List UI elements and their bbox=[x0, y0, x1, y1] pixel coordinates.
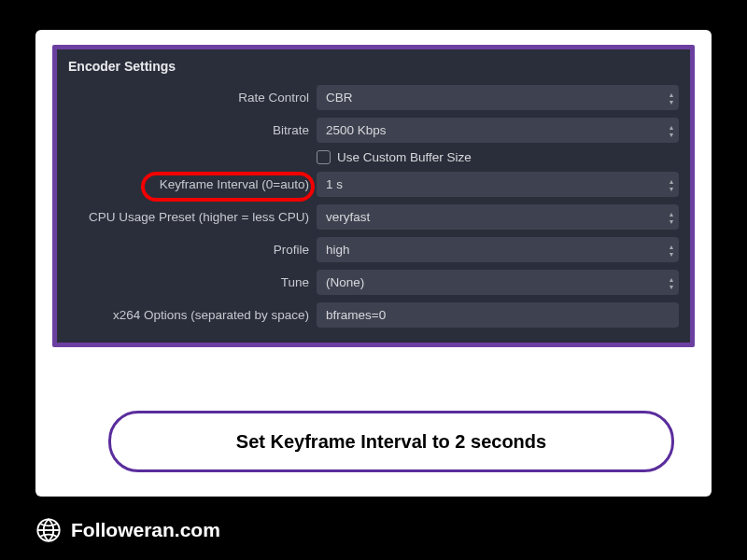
custom-buffer-checkbox[interactable] bbox=[317, 150, 331, 164]
label-x264-options: x264 Options (separated by space) bbox=[68, 308, 309, 322]
bitrate-value: 2500 Kbps bbox=[326, 123, 387, 137]
footer-site: Followeran.com bbox=[71, 519, 220, 541]
profile-select[interactable]: high ▴▾ bbox=[317, 237, 679, 262]
label-custom-buffer: Use Custom Buffer Size bbox=[337, 150, 472, 164]
caption-pill: Set Keyframe Interval to 2 seconds bbox=[108, 411, 674, 472]
row-profile: Profile high ▴▾ bbox=[68, 237, 679, 262]
cpu-preset-value: veryfast bbox=[326, 210, 370, 224]
x264-options-value: bframes=0 bbox=[326, 308, 386, 322]
card-container: Encoder Settings Rate Control CBR ▴▾ Bit… bbox=[35, 30, 712, 497]
row-x264-options: x264 Options (separated by space) bframe… bbox=[68, 302, 679, 328]
label-cpu-preset: CPU Usage Preset (higher = less CPU) bbox=[68, 210, 309, 224]
bitrate-input[interactable]: 2500 Kbps ▴▾ bbox=[317, 118, 679, 143]
caption-text: Set Keyframe Interval to 2 seconds bbox=[236, 431, 546, 453]
cpu-preset-select[interactable]: veryfast ▴▾ bbox=[317, 204, 679, 230]
footer: Followeran.com bbox=[35, 517, 220, 543]
chevron-updown-icon: ▴▾ bbox=[669, 123, 673, 137]
keyframe-interval-value: 1 s bbox=[326, 177, 343, 191]
label-rate-control: Rate Control bbox=[68, 91, 309, 105]
panel-title: Encoder Settings bbox=[68, 59, 679, 74]
label-profile: Profile bbox=[68, 243, 309, 257]
label-bitrate: Bitrate bbox=[68, 123, 309, 137]
row-cpu-preset: CPU Usage Preset (higher = less CPU) ver… bbox=[68, 204, 679, 230]
keyframe-interval-input[interactable]: 1 s ▴▾ bbox=[317, 172, 679, 197]
panel-frame: Encoder Settings Rate Control CBR ▴▾ Bit… bbox=[52, 45, 695, 347]
globe-icon bbox=[35, 517, 62, 543]
row-rate-control: Rate Control CBR ▴▾ bbox=[68, 85, 679, 110]
chevron-updown-icon: ▴▾ bbox=[669, 275, 673, 289]
row-keyframe-interval: Keyframe Interval (0=auto) 1 s ▴▾ bbox=[68, 172, 679, 197]
chevron-updown-icon: ▴▾ bbox=[669, 177, 673, 191]
row-bitrate: Bitrate 2500 Kbps ▴▾ bbox=[68, 118, 679, 143]
encoder-settings-panel: Encoder Settings Rate Control CBR ▴▾ Bit… bbox=[57, 49, 690, 343]
chevron-updown-icon: ▴▾ bbox=[669, 243, 673, 257]
tune-select[interactable]: (None) ▴▾ bbox=[317, 270, 679, 295]
rate-control-value: CBR bbox=[326, 91, 353, 105]
label-keyframe-interval: Keyframe Interval (0=auto) bbox=[68, 177, 309, 191]
label-tune: Tune bbox=[68, 275, 309, 289]
row-tune: Tune (None) ▴▾ bbox=[68, 270, 679, 295]
rate-control-select[interactable]: CBR ▴▾ bbox=[317, 85, 679, 110]
row-custom-buffer: Use Custom Buffer Size bbox=[68, 150, 679, 164]
chevron-updown-icon: ▴▾ bbox=[669, 91, 673, 105]
x264-options-input[interactable]: bframes=0 bbox=[317, 302, 679, 328]
profile-value: high bbox=[326, 243, 350, 257]
tune-value: (None) bbox=[326, 275, 364, 289]
chevron-updown-icon: ▴▾ bbox=[669, 210, 673, 224]
